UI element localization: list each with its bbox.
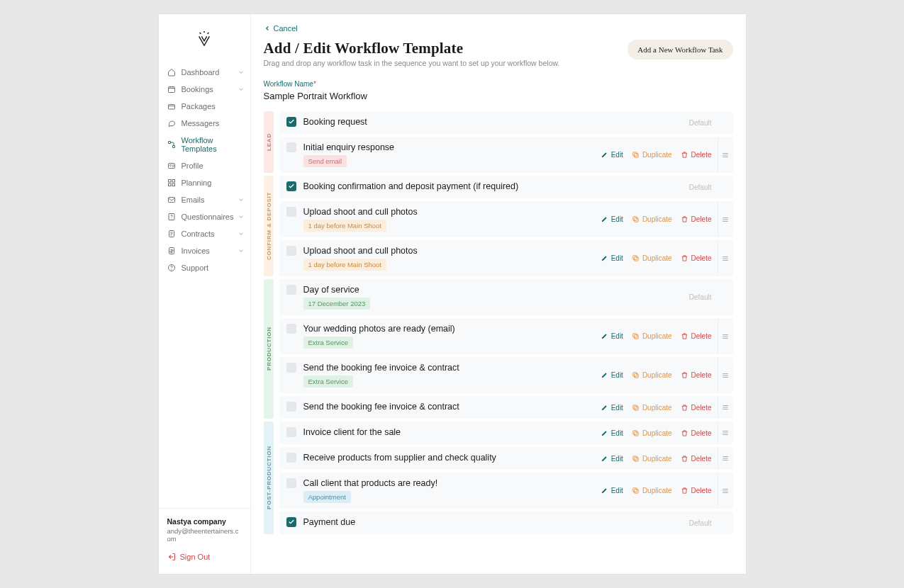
delete-button[interactable]: Delete (681, 455, 712, 463)
duplicate-button[interactable]: Duplicate (632, 254, 672, 262)
add-workflow-task-button[interactable]: Add a New Workflow Task (627, 40, 732, 60)
task-title: Payment due (303, 517, 356, 527)
edit-button[interactable]: Edit (601, 404, 623, 412)
task-tag: Appointment (303, 491, 351, 503)
drag-handle[interactable] (718, 396, 733, 419)
sidebar-item-dashboard[interactable]: Dashboard (159, 64, 250, 81)
delete-button[interactable]: Delete (681, 429, 712, 437)
workflow-task: Initial enquiry responseSend emailEditDu… (279, 137, 733, 173)
edit-button[interactable]: Edit (601, 151, 623, 159)
duplicate-button[interactable]: Duplicate (632, 332, 672, 340)
sidebar-item-profile[interactable]: Profile (159, 157, 250, 174)
workflow-task: Upload shoot and cull photos1 day before… (279, 201, 733, 237)
default-label: Default (689, 183, 712, 191)
default-label: Default (689, 519, 712, 527)
delete-button[interactable]: Delete (681, 371, 712, 379)
task-checkbox[interactable] (286, 453, 296, 463)
task-checkbox[interactable] (286, 402, 296, 412)
company-name: Nastya company (167, 517, 242, 526)
task-checkbox[interactable] (286, 207, 296, 217)
task-checkbox[interactable] (286, 517, 296, 527)
sidebar-item-label: Workflow Templates (182, 136, 243, 153)
app-logo (159, 24, 250, 64)
edit-button[interactable]: Edit (601, 254, 623, 262)
delete-button[interactable]: Delete (681, 254, 712, 262)
task-checkbox[interactable] (286, 324, 296, 334)
task-checkbox[interactable] (286, 478, 296, 488)
sidebar-item-workflow-templates[interactable]: Workflow Templates (159, 132, 250, 157)
duplicate-button[interactable]: Duplicate (632, 215, 672, 223)
edit-button[interactable]: Edit (601, 429, 623, 437)
task-actions: EditDuplicateDelete (601, 404, 718, 412)
stage-label: CONFIRM & DEPOSIT (264, 176, 274, 276)
sidebar-item-bookings[interactable]: Bookings (159, 81, 250, 98)
task-checkbox[interactable] (286, 181, 296, 191)
drag-handle[interactable] (718, 137, 733, 173)
task-checkbox[interactable] (286, 427, 296, 437)
duplicate-button[interactable]: Duplicate (632, 455, 672, 463)
chevron-down-icon (238, 86, 245, 93)
edit-button[interactable]: Edit (601, 487, 623, 494)
sidebar-item-label: Planning (182, 179, 212, 187)
chat-icon (167, 119, 176, 128)
drag-handle[interactable] (718, 422, 733, 444)
drag-handle[interactable] (718, 357, 733, 393)
drag-handle[interactable] (718, 318, 733, 354)
task-actions: EditDuplicateDelete (601, 371, 718, 379)
sidebar-item-questionnaires[interactable]: Questionnaires (159, 208, 250, 225)
cancel-button[interactable]: Cancel (264, 24, 733, 33)
sidebar-item-contracts[interactable]: Contracts (159, 225, 250, 242)
task-checkbox[interactable] (286, 285, 296, 295)
edit-button[interactable]: Edit (601, 455, 623, 463)
delete-button[interactable]: Delete (681, 215, 712, 223)
sidebar-item-label: Invoices (182, 247, 210, 255)
edit-button[interactable]: Edit (601, 215, 623, 223)
box-icon (167, 102, 176, 111)
sign-out-label: Sign Out (180, 553, 211, 561)
sidebar-item-label: Messagers (182, 119, 220, 128)
duplicate-button[interactable]: Duplicate (632, 404, 672, 412)
app-window: DashboardBookingsPackagesMessagersWorkfl… (159, 14, 746, 574)
sign-out-button[interactable]: Sign Out (167, 553, 242, 561)
task-checkbox[interactable] (286, 363, 296, 373)
chevron-down-icon (238, 69, 245, 76)
edit-button[interactable]: Edit (601, 332, 623, 340)
duplicate-button[interactable]: Duplicate (632, 371, 672, 379)
stage-label: POST-PRODUCTION (264, 422, 274, 534)
cancel-label: Cancel (274, 24, 298, 33)
delete-button[interactable]: Delete (681, 487, 712, 494)
page-title: Add / Edit Workflow Template (264, 40, 560, 57)
sidebar-item-emails[interactable]: Emails (159, 191, 250, 208)
delete-button[interactable]: Delete (681, 404, 712, 412)
delete-button[interactable]: Delete (681, 332, 712, 340)
sidebar-item-packages[interactable]: Packages (159, 98, 250, 115)
workflow-name-value[interactable]: Sample Portrait Workflow (264, 91, 733, 101)
drag-handle[interactable] (718, 240, 733, 276)
duplicate-button[interactable]: Duplicate (632, 429, 672, 437)
user-email: andy@theentertainers.com (167, 527, 242, 543)
edit-button[interactable]: Edit (601, 371, 623, 379)
task-checkbox[interactable] (286, 117, 296, 127)
sidebar-item-planning[interactable]: Planning (159, 174, 250, 191)
sidebar-item-support[interactable]: Support (159, 259, 250, 276)
task-actions: Default (689, 519, 718, 527)
duplicate-button[interactable]: Duplicate (632, 151, 672, 159)
duplicate-button[interactable]: Duplicate (632, 487, 672, 494)
drag-handle[interactable] (718, 473, 733, 509)
workflow-task: Booking confirmation and deposit payment… (279, 176, 733, 198)
delete-button[interactable]: Delete (681, 151, 712, 159)
task-checkbox[interactable] (286, 142, 296, 152)
page-header: Add / Edit Workflow Template Drag and dr… (264, 40, 733, 67)
mail-icon (167, 196, 176, 204)
drag-handle[interactable] (718, 201, 733, 237)
invoice-icon (167, 247, 176, 255)
task-tag: 17 December 2023 (303, 298, 371, 310)
workflow-task: Send the booking fee invoice & contractE… (279, 357, 733, 393)
task-checkbox[interactable] (286, 246, 296, 256)
sidebar-item-messagers[interactable]: Messagers (159, 115, 250, 132)
sidebar-item-invoices[interactable]: Invoices (159, 242, 250, 259)
drag-handle[interactable] (718, 447, 733, 470)
task-list: Day of service17 December 2023DefaultYou… (279, 279, 733, 419)
task-title: Receive products from supplier and check… (303, 453, 496, 463)
task-actions: EditDuplicateDelete (601, 455, 718, 463)
